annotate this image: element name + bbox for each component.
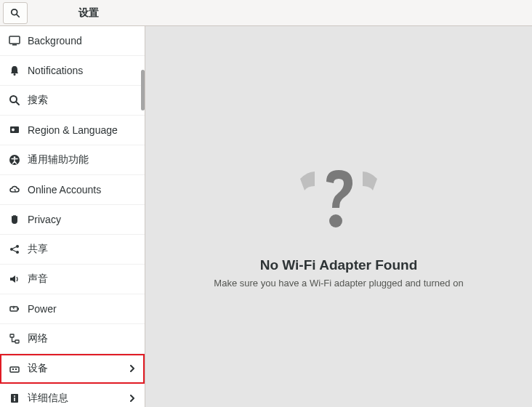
sidebar-item-label: 详细信息 (28, 392, 121, 405)
sidebar-item-1[interactable]: Notifications (0, 56, 145, 86)
globe-icon (9, 124, 20, 136)
sidebar: BackgroundNotifications搜索Region & Langua… (0, 26, 145, 407)
sidebar-item-label: 搜索 (28, 94, 136, 107)
chevron-right-icon (129, 365, 136, 372)
hand-icon (9, 214, 20, 225)
svg-rect-17 (18, 308, 20, 310)
speaker-icon (9, 273, 20, 285)
svg-rect-20 (10, 367, 19, 372)
content-subtitle: Make sure you have a Wi-Fi adapter plugg… (214, 278, 463, 289)
bell-icon (9, 65, 20, 76)
background-icon (9, 35, 20, 47)
info-icon (9, 392, 20, 404)
svg-point-24 (14, 395, 15, 397)
scrollbar-thumb[interactable] (141, 70, 145, 110)
svg-rect-3 (12, 44, 17, 46)
svg-line-6 (16, 102, 19, 105)
svg-rect-18 (10, 334, 14, 337)
sidebar-item-label: 网络 (28, 332, 136, 345)
svg-rect-21 (12, 368, 14, 370)
chevron-right-icon (129, 395, 136, 402)
sidebar-item-label: Region & Language (28, 124, 136, 136)
search-icon (10, 8, 20, 18)
svg-line-1 (17, 14, 20, 17)
sidebar-item-8[interactable]: 声音 (0, 265, 145, 294)
device-icon (9, 363, 20, 374)
svg-point-10 (14, 156, 16, 158)
sidebar-item-7[interactable]: 共享 (0, 235, 145, 265)
svg-point-26 (329, 214, 342, 227)
sidebar-item-2[interactable]: 搜索 (0, 86, 145, 116)
search-button[interactable] (3, 2, 28, 24)
sidebar-item-label: Privacy (28, 214, 136, 225)
sidebar-item-9[interactable]: Power (0, 294, 145, 324)
sidebar-item-10[interactable]: 网络 (0, 324, 145, 354)
body: BackgroundNotifications搜索Region & Langua… (0, 26, 532, 407)
sidebar-item-label: Notifications (28, 65, 136, 76)
network-icon (9, 333, 20, 344)
share-icon (9, 243, 20, 255)
sidebar-item-11[interactable]: 设备 (0, 354, 145, 384)
svg-line-15 (13, 250, 17, 252)
sidebar-item-label: Online Accounts (28, 184, 136, 196)
sidebar-item-0[interactable]: Background (0, 26, 145, 56)
svg-rect-2 (9, 36, 20, 44)
svg-rect-19 (15, 340, 19, 343)
sidebar-item-label: 设备 (28, 362, 121, 375)
sidebar-item-6[interactable]: Privacy (0, 205, 145, 235)
content-panel: No Wi-Fi Adapter Found Make sure you hav… (145, 26, 532, 407)
svg-rect-25 (14, 398, 15, 401)
sidebar-item-label: Power (28, 303, 136, 315)
titlebar: 设置 (0, 0, 532, 26)
svg-point-13 (16, 251, 19, 254)
svg-point-4 (14, 73, 16, 76)
svg-rect-22 (15, 368, 17, 370)
svg-point-12 (16, 245, 19, 248)
cloud-icon (9, 184, 20, 196)
sidebar-item-label: Background (28, 35, 136, 47)
sidebar-item-label: 共享 (28, 243, 136, 256)
page-title: 设置 (31, 7, 147, 20)
sidebar-item-3[interactable]: Region & Language (0, 116, 145, 145)
power-icon (9, 303, 20, 315)
sidebar-item-5[interactable]: Online Accounts (0, 175, 145, 205)
search-icon (9, 94, 20, 106)
svg-line-14 (13, 247, 17, 249)
sidebar-item-12[interactable]: 详细信息 (0, 384, 145, 407)
content-title: No Wi-Fi Adapter Found (260, 257, 418, 273)
accessibility-icon (9, 154, 20, 166)
sidebar-item-label: 通用辅助功能 (28, 153, 136, 166)
wifi-question-icon (291, 145, 386, 240)
sidebar-item-4[interactable]: 通用辅助功能 (0, 145, 145, 175)
sidebar-item-label: 声音 (28, 273, 136, 286)
svg-point-8 (12, 129, 15, 132)
